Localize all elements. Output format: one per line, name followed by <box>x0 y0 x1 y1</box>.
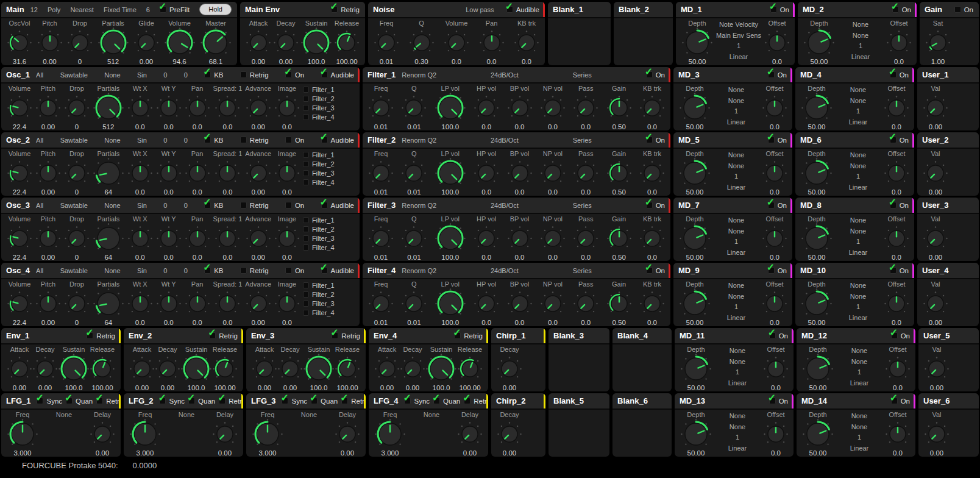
checkbox-sync[interactable]: ✓Sync <box>282 398 307 405</box>
checkbox-filter-2[interactable]: Filter_2 <box>303 226 354 233</box>
checkbox-on[interactable]: ✓On <box>646 267 665 274</box>
knob-freq[interactable] <box>374 419 406 449</box>
knob-delay[interactable] <box>335 419 360 449</box>
knob-kb-trk[interactable] <box>639 288 665 319</box>
header-option-0[interactable]: 0 <box>163 71 167 79</box>
checkbox-filter-3[interactable]: Filter_3 <box>303 104 354 112</box>
knob-lp-vol[interactable] <box>435 288 466 319</box>
mod-source-option[interactable]: None <box>850 215 866 226</box>
checkbox-on[interactable]: On <box>285 137 304 144</box>
mod-source-option[interactable]: 1 <box>736 367 739 378</box>
knob-advance[interactable] <box>246 158 271 188</box>
knob-drop[interactable] <box>64 158 90 188</box>
mod-source-option[interactable]: 1 <box>857 432 861 443</box>
header-option-0[interactable]: 0 <box>184 71 188 79</box>
knob-freq[interactable] <box>252 419 283 449</box>
knob-image[interactable] <box>274 288 300 319</box>
checkbox-retrig[interactable]: Retrig <box>240 267 269 274</box>
knob-np-vol[interactable] <box>540 158 566 188</box>
knob-freq[interactable] <box>7 419 38 449</box>
checkbox-retrig[interactable]: ✓Retrig <box>454 332 483 340</box>
checkbox-on[interactable]: ✓On <box>891 332 910 340</box>
checkbox-kb[interactable]: ✓KB <box>204 202 223 209</box>
header-option-0[interactable]: 0 <box>163 137 167 144</box>
knob-attack[interactable] <box>129 354 155 384</box>
checkbox-filter-2[interactable]: Filter_2 <box>303 291 354 298</box>
knob-hp-vol[interactable] <box>474 223 499 254</box>
checkbox-retrig[interactable]: ✓Retrig <box>464 398 488 405</box>
knob-kb-trk[interactable] <box>514 27 539 58</box>
knob-depth[interactable] <box>801 223 833 254</box>
knob-freq[interactable] <box>129 419 161 449</box>
mod-source-option[interactable]: Linear <box>727 313 746 324</box>
knob-release[interactable] <box>457 354 483 384</box>
mod-source-option[interactable]: None <box>853 20 868 30</box>
checkbox-retrig[interactable]: ✓Retrig <box>331 6 360 13</box>
knob-val[interactable] <box>923 223 948 254</box>
checkbox-retrig[interactable]: ✓Retrig <box>341 398 366 405</box>
header-option-fixed-time[interactable]: Fixed Time <box>104 6 137 13</box>
header-option-series[interactable]: Series <box>573 202 592 209</box>
mod-source-option[interactable]: Linear <box>849 248 868 259</box>
knob-oscvol[interactable] <box>7 27 32 58</box>
knob-wt-x[interactable] <box>127 223 153 254</box>
checkbox-on[interactable]: ✓On <box>890 71 909 79</box>
knob-depth[interactable] <box>681 27 713 58</box>
knob-advance[interactable] <box>246 288 271 319</box>
source-selector[interactable]: None <box>424 411 439 419</box>
knob-freq[interactable] <box>368 158 394 188</box>
source-selector[interactable]: None <box>179 411 194 419</box>
knob-depth[interactable] <box>801 93 833 123</box>
knob-hp-vol[interactable] <box>474 158 499 188</box>
header-option-all[interactable]: All <box>36 71 43 79</box>
knob-volume[interactable] <box>7 158 32 188</box>
header-option-0[interactable]: 0 <box>184 137 188 144</box>
knob-drop[interactable] <box>67 27 93 58</box>
knob-freq[interactable] <box>374 27 399 58</box>
header-option-24db-oct[interactable]: 24dB/Oct <box>491 202 519 209</box>
knob-advance[interactable] <box>246 223 271 254</box>
knob-drop[interactable] <box>64 288 90 319</box>
knob-val[interactable] <box>923 158 948 188</box>
checkbox-retrig[interactable]: Retrig <box>240 71 269 79</box>
knob-pan[interactable] <box>185 223 210 254</box>
knob-spread-1[interactable] <box>215 223 240 254</box>
mod-source-option[interactable]: None <box>850 85 866 96</box>
mod-source-option[interactable]: 1 <box>856 171 860 182</box>
knob-drop[interactable] <box>64 93 90 123</box>
knob-q[interactable] <box>401 93 427 123</box>
knob-release[interactable] <box>335 354 360 384</box>
checkbox-retrig[interactable]: ✓Retrig <box>96 398 121 405</box>
knob-bp-vol[interactable] <box>507 288 533 319</box>
knob-decay[interactable] <box>277 354 303 384</box>
knob-release[interactable] <box>90 354 115 384</box>
mod-source-option[interactable]: None <box>850 150 866 161</box>
knob-lp-vol[interactable] <box>435 158 466 188</box>
knob-gain[interactable] <box>606 93 632 123</box>
knob-freq[interactable] <box>368 288 394 319</box>
header-option-renorm-q2[interactable]: Renorm Q2 <box>402 137 436 144</box>
header-option-12[interactable]: 12 <box>30 6 38 13</box>
knob-pass[interactable] <box>573 93 598 123</box>
knob-sustain[interactable] <box>425 354 457 384</box>
header-option-24db-oct[interactable]: 24dB/Oct <box>491 267 519 274</box>
source-selector[interactable]: None <box>56 411 72 419</box>
checkbox-filter-1[interactable]: Filter_1 <box>303 216 354 224</box>
knob-offset[interactable] <box>763 354 789 384</box>
knob-wt-y[interactable] <box>156 288 182 319</box>
checkbox-on[interactable]: ✓On <box>285 71 304 79</box>
knob-offset[interactable] <box>885 419 911 449</box>
mod-source-option[interactable]: Linear <box>727 182 746 193</box>
mod-source-option[interactable]: 1 <box>856 237 860 248</box>
checkbox-quan[interactable]: ✓Quan <box>188 398 215 405</box>
header-option-sin[interactable]: Sin <box>137 202 147 209</box>
knob-bp-vol[interactable] <box>507 158 533 188</box>
mod-source-option[interactable]: None <box>728 291 744 302</box>
knob-freq[interactable] <box>368 223 394 254</box>
knob-sustain[interactable] <box>300 27 332 58</box>
checkbox-kb[interactable]: ✓KB <box>204 267 223 274</box>
knob-partials[interactable] <box>98 27 129 58</box>
mod-source-option[interactable]: Linear <box>851 52 870 63</box>
checkbox-retrig[interactable]: ✓Retrig <box>87 332 115 340</box>
knob-wt-y[interactable] <box>156 158 182 188</box>
